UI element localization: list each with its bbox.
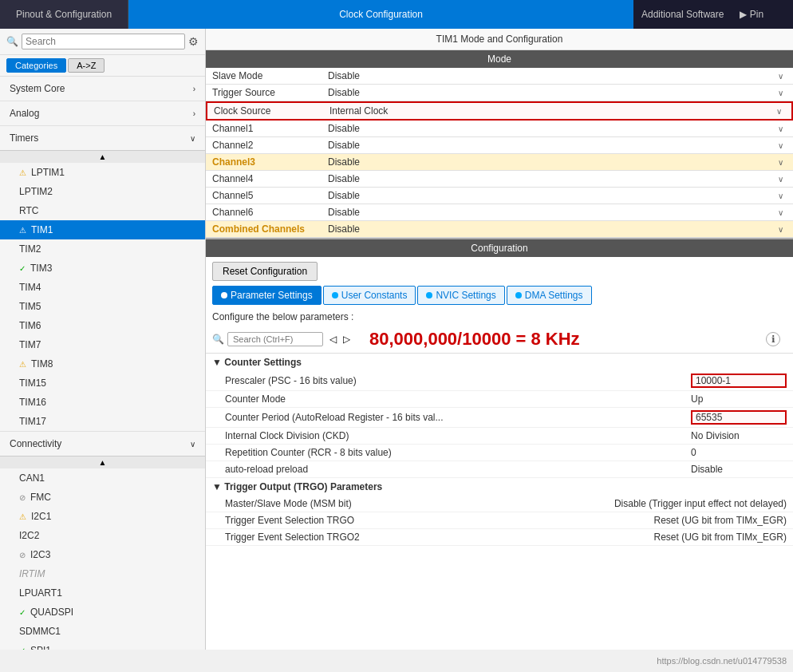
sidebar-item-lpuart1[interactable]: LPUART1 bbox=[0, 583, 205, 603]
autoreload-preload-value[interactable]: Disable bbox=[691, 464, 787, 475]
counter-period-name: Counter Period (AutoReload Register - 16… bbox=[225, 412, 691, 423]
collapse-arrow[interactable]: ▼ bbox=[212, 357, 222, 368]
sidebar-item-tim17[interactable]: TIM17 bbox=[0, 412, 205, 431]
sidebar-item-tim2[interactable]: TIM2 bbox=[0, 239, 205, 259]
fmc-label: FMC bbox=[30, 492, 51, 503]
trigger-source-value[interactable]: Disable ∨ bbox=[328, 87, 787, 98]
sidebar-item-i2c3[interactable]: ⊘ I2C3 bbox=[0, 545, 205, 564]
nvic-settings-label: NVIC Settings bbox=[436, 290, 495, 301]
channel6-value[interactable]: Disable ∨ bbox=[328, 207, 787, 218]
sidebar-item-tim3[interactable]: ✓ TIM3 bbox=[0, 259, 205, 278]
sidebar-item-i2c1[interactable]: ⚠ I2C1 bbox=[0, 507, 205, 526]
channel5-value[interactable]: Disable ∨ bbox=[328, 190, 787, 201]
combined-channels-value[interactable]: Disable ∨ bbox=[328, 223, 787, 235]
section-system-core-header[interactable]: System Core › bbox=[0, 77, 205, 101]
sidebar-item-tim15[interactable]: TIM15 bbox=[0, 374, 205, 393]
irtim-label: IRTIM bbox=[19, 568, 45, 579]
sidebar-item-irtim[interactable]: IRTIM bbox=[0, 564, 205, 583]
next-icon[interactable]: ▷ bbox=[343, 334, 350, 345]
trgo-collapse-arrow[interactable]: ▼ bbox=[212, 481, 222, 492]
sidebar-item-tim8[interactable]: ⚠ TIM8 bbox=[0, 354, 205, 374]
mode-row-channel1: Channel1 Disable ∨ bbox=[206, 121, 793, 137]
tim8-label: TIM8 bbox=[31, 358, 53, 370]
connectivity-scroll-up[interactable]: ▲ bbox=[0, 456, 205, 468]
ckd-value[interactable]: No Division bbox=[691, 430, 787, 441]
gear-icon[interactable]: ⚙ bbox=[188, 35, 199, 48]
channel2-value[interactable]: Disable ∨ bbox=[328, 140, 787, 151]
channel4-label: Channel4 bbox=[212, 173, 328, 184]
fmc-badge: ⊘ bbox=[19, 493, 26, 502]
additional-software-area: Additional Software ▶ Pin bbox=[633, 0, 793, 29]
section-connectivity-header[interactable]: Connectivity ∨ bbox=[0, 432, 205, 456]
counter-mode-value[interactable]: Up bbox=[691, 393, 787, 405]
counter-period-value[interactable]: 65535 bbox=[691, 410, 787, 425]
trgo-value[interactable]: Reset (UG bit from TIMx_EGR) bbox=[654, 515, 787, 526]
timers-scroll-up[interactable]: ▲ bbox=[0, 150, 205, 163]
prev-icon[interactable]: ◁ bbox=[329, 334, 337, 345]
mode-row-trigger-source: Trigger Source Disable ∨ bbox=[206, 85, 793, 101]
sidebar-item-tim5[interactable]: TIM5 bbox=[0, 297, 205, 316]
section-system-core-label: System Core bbox=[10, 83, 65, 94]
quadspi-badge: ✓ bbox=[19, 608, 26, 617]
info-icon[interactable]: ℹ bbox=[766, 332, 780, 346]
sidebar-item-spi1[interactable]: ✓ SPI1 bbox=[0, 641, 205, 650]
channel3-value[interactable]: Disable ∨ bbox=[328, 156, 787, 168]
clock-tab[interactable]: Clock Configuration bbox=[128, 0, 633, 29]
section-timers: Timers ∨ ▲ ⚠ LPTIM1 LPTIM2 RTC ⚠ TIM1 bbox=[0, 126, 205, 432]
ckd-name: Internal Clock Division (CKD) bbox=[225, 430, 691, 441]
sidebar-item-fmc[interactable]: ⊘ FMC bbox=[0, 488, 205, 507]
sidebar-item-can1[interactable]: CAN1 bbox=[0, 468, 205, 488]
clock-tab-label: Clock Configuration bbox=[339, 9, 423, 20]
slave-mode-value[interactable]: Disable ∨ bbox=[328, 70, 787, 81]
channel4-value[interactable]: Disable ∨ bbox=[328, 173, 787, 184]
sidebar-item-tim7[interactable]: TIM7 bbox=[0, 335, 205, 354]
rcr-value[interactable]: 0 bbox=[691, 447, 787, 458]
search-icon: 🔍 bbox=[6, 36, 18, 47]
clock-source-value[interactable]: Internal Clock ∨ bbox=[329, 105, 785, 117]
prescaler-value[interactable]: 10000-1 bbox=[691, 374, 787, 388]
sidebar-item-tim4[interactable]: TIM4 bbox=[0, 278, 205, 297]
msm-value[interactable]: Disable (Trigger input effect not delaye… bbox=[614, 498, 787, 509]
sidebar-item-quadspi[interactable]: ✓ QUADSPI bbox=[0, 603, 205, 622]
tab-dma-settings[interactable]: DMA Settings bbox=[507, 286, 592, 305]
trgo2-value[interactable]: Reset (UG bit from TIMx_EGR) bbox=[654, 532, 787, 543]
spi1-label: SPI1 bbox=[30, 645, 51, 650]
tab-nvic-settings[interactable]: NVIC Settings bbox=[417, 286, 504, 305]
tab-categories[interactable]: Categories bbox=[6, 58, 66, 73]
sidebar-item-rtc[interactable]: RTC bbox=[0, 201, 205, 220]
config-section-header: Configuration bbox=[206, 239, 793, 257]
tab-parameter-settings[interactable]: Parameter Settings bbox=[212, 286, 322, 305]
sidebar-item-tim16[interactable]: TIM16 bbox=[0, 393, 205, 412]
tim17-label: TIM17 bbox=[19, 416, 46, 427]
tim15-label: TIM15 bbox=[19, 378, 46, 389]
trgo-section-label: Trigger Output (TRGO) Parameters bbox=[224, 481, 382, 492]
sidebar-item-lptim1[interactable]: ⚠ LPTIM1 bbox=[0, 163, 205, 182]
section-analog: Analog › bbox=[0, 101, 205, 126]
section-analog-label: Analog bbox=[10, 108, 39, 119]
param-row-rcr: Repetition Counter (RCR - 8 bits value) … bbox=[206, 445, 793, 461]
search-input[interactable] bbox=[22, 34, 185, 49]
sidebar-item-sdmmc1[interactable]: SDMMC1 bbox=[0, 622, 205, 641]
tab-az[interactable]: A->Z bbox=[68, 58, 105, 73]
pin-label[interactable]: ▶ Pin bbox=[740, 9, 763, 20]
sidebar-item-lptim2[interactable]: LPTIM2 bbox=[0, 182, 205, 201]
param-row-counter-mode: Counter Mode Up bbox=[206, 391, 793, 408]
tim5-label: TIM5 bbox=[19, 301, 41, 312]
tab-user-constants[interactable]: User Constants bbox=[323, 286, 416, 305]
sidebar-item-tim1[interactable]: ⚠ TIM1 bbox=[0, 220, 205, 239]
param-search-input[interactable] bbox=[227, 332, 323, 346]
trigger-source-label: Trigger Source bbox=[212, 87, 328, 98]
counter-mode-name: Counter Mode bbox=[225, 393, 691, 405]
main-layout: 🔍 ⚙ Categories A->Z System Core › Analog… bbox=[0, 29, 793, 650]
sidebar-item-tim6[interactable]: TIM6 bbox=[0, 316, 205, 335]
reset-config-button[interactable]: Reset Configuration bbox=[212, 262, 318, 281]
channel1-value[interactable]: Disable ∨ bbox=[328, 123, 787, 134]
trgo-name: Trigger Event Selection TRGO bbox=[225, 515, 654, 526]
sidebar-item-i2c2[interactable]: I2C2 bbox=[0, 526, 205, 545]
section-timers-label: Timers bbox=[10, 132, 38, 144]
pinout-tab[interactable]: Pinout & Configuration bbox=[0, 0, 128, 29]
section-analog-header[interactable]: Analog › bbox=[0, 101, 205, 125]
section-timers-header[interactable]: Timers ∨ bbox=[0, 126, 205, 150]
lptim2-label: LPTIM2 bbox=[19, 186, 53, 197]
channel2-label: Channel2 bbox=[212, 140, 328, 151]
